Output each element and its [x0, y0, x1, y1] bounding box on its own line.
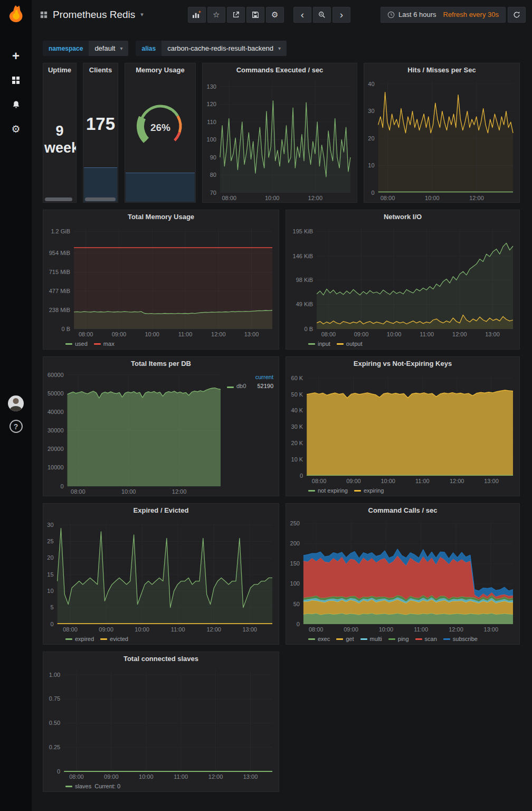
- panel-title-expiring-keys[interactable]: Expiring vs Not-Expiring Keys: [286, 357, 519, 371]
- refresh-now-button[interactable]: [508, 7, 526, 23]
- dashboards-button[interactable]: [10, 74, 22, 87]
- alias-variable: alias carbon-cache-redis-result-backend …: [136, 41, 287, 56]
- star-dashboard-button[interactable]: ☆: [207, 7, 225, 23]
- svg-text:12:00: 12:00: [206, 626, 221, 633]
- legend-item[interactable]: ping: [388, 636, 409, 642]
- svg-text:12:00: 12:00: [450, 478, 464, 484]
- total-items-chart[interactable]: 010000200003000040000500006000008:0010:0…: [43, 371, 227, 496]
- panel-title-total-items[interactable]: Total Items per DB: [43, 357, 279, 371]
- grafana-logo[interactable]: [6, 4, 25, 25]
- namespace-value: default: [94, 44, 115, 52]
- time-range-picker[interactable]: Last 6 hours Refresh every 30s: [381, 7, 506, 23]
- namespace-caret-icon: ▾: [120, 45, 122, 51]
- svg-text:100: 100: [207, 136, 216, 143]
- svg-text:08:00: 08:00: [69, 774, 84, 780]
- alias-value-dropdown[interactable]: carbon-cache-redis-result-backend ▾: [162, 41, 287, 56]
- connected-slaves-chart[interactable]: 00.250.500.751.0008:0009:0010:0011:0012:…: [43, 666, 279, 781]
- panel-title-expired-evicted[interactable]: Expired / Evicted: [43, 504, 279, 517]
- panel-title-command-calls[interactable]: Command Calls / sec: [286, 504, 519, 517]
- refresh-icon: [513, 11, 520, 18]
- sidebar: + ⚙ ?: [0, 0, 32, 811]
- svg-text:0: 0: [57, 768, 60, 775]
- total-memory-chart[interactable]: 0 B238 MiB477 MiB715 MiB954 MiB1.2 GiB08…: [43, 224, 279, 338]
- svg-text:09:00: 09:00: [346, 478, 361, 484]
- user-avatar[interactable]: [8, 395, 24, 411]
- svg-text:20: 20: [368, 135, 374, 142]
- svg-text:50: 50: [293, 601, 300, 607]
- legend-item[interactable]: max: [94, 341, 115, 347]
- help-button[interactable]: ?: [10, 420, 23, 433]
- legend-item[interactable]: input: [308, 341, 330, 347]
- expired-evicted-chart[interactable]: 05101520253008:0009:0010:0011:0012:0013:…: [43, 517, 279, 634]
- zoom-out-button[interactable]: [313, 7, 331, 23]
- svg-text:09:00: 09:00: [344, 626, 358, 633]
- svg-text:10:00: 10:00: [139, 774, 154, 780]
- command-calls-chart[interactable]: 05010015020025008:0009:0010:0011:0012:00…: [286, 517, 519, 634]
- legend-swatch: [65, 638, 72, 640]
- dashboard-settings-button[interactable]: ⚙: [266, 7, 284, 23]
- legend-item[interactable]: evicted: [100, 636, 128, 642]
- time-forward-button[interactable]: ›: [332, 7, 350, 23]
- chevron-left-icon: ‹: [301, 10, 304, 20]
- panel-title-commands[interactable]: Commands Executed / sec: [203, 63, 357, 77]
- svg-text:715 MiB: 715 MiB: [49, 269, 70, 275]
- svg-text:477 MiB: 477 MiB: [49, 288, 70, 294]
- legend-swatch: [65, 786, 72, 787]
- panel-command-calls: Command Calls / sec 05010015020025008:00…: [286, 503, 520, 645]
- panel-title-clients[interactable]: Clients: [83, 63, 118, 77]
- panel-clients: Clients 175: [83, 63, 118, 203]
- svg-text:10:00: 10:00: [425, 195, 440, 201]
- legend-item[interactable]: expired: [65, 636, 94, 642]
- uptime-hscrollbar[interactable]: [45, 197, 72, 201]
- panel-title-hits-misses[interactable]: Hits / Misses per Sec: [364, 63, 519, 77]
- legend-item[interactable]: scan: [415, 636, 437, 642]
- svg-text:0: 0: [297, 621, 300, 627]
- clients-hscrollbar[interactable]: [85, 197, 116, 201]
- hits-misses-chart[interactable]: 01020304008:0010:0012:00: [364, 77, 519, 202]
- namespace-value-dropdown[interactable]: default ▾: [89, 41, 128, 56]
- dashboard-title: Prometheus Redis: [53, 9, 135, 21]
- legend-item[interactable]: slaves Current: 0: [65, 783, 120, 789]
- legend-item-db0[interactable]: db0 52190: [227, 383, 273, 389]
- svg-text:13:00: 13:00: [484, 626, 499, 633]
- dashboard-title-dropdown[interactable]: Prometheus Redis ▾: [40, 9, 144, 21]
- save-dashboard-button[interactable]: [246, 7, 264, 23]
- configuration-button[interactable]: ⚙: [10, 122, 22, 135]
- network-io-chart[interactable]: 0 B49 KiB98 KiB146 KiB195 KiB08:0009:001…: [286, 224, 519, 338]
- legend-item[interactable]: subscribe: [443, 636, 478, 642]
- svg-text:10:00: 10:00: [135, 626, 149, 633]
- panel-title-memory-usage[interactable]: Memory Usage: [125, 63, 195, 77]
- legend-item[interactable]: get: [336, 636, 354, 642]
- svg-text:08:00: 08:00: [312, 478, 327, 484]
- expiring-keys-chart[interactable]: 010 K20 K30 K40 K50 K60 K08:0009:0010:00…: [286, 371, 519, 485]
- legend-item[interactable]: not expiring: [308, 487, 348, 494]
- legend-item[interactable]: exec: [308, 636, 330, 642]
- share-icon: [232, 11, 240, 18]
- time-picker-group: Last 6 hours Refresh every 30s: [381, 7, 526, 23]
- create-add-button[interactable]: +: [10, 50, 22, 62]
- share-dashboard-button[interactable]: [227, 7, 245, 23]
- namespace-variable: namespace default ▾: [43, 41, 128, 56]
- legend-swatch: [443, 638, 450, 640]
- db0-current-value: 52190: [257, 383, 273, 389]
- panel-title-uptime[interactable]: Uptime: [43, 63, 76, 77]
- legend-item[interactable]: expiring: [354, 487, 384, 494]
- panel-title-total-memory[interactable]: Total Memory Usage: [43, 210, 279, 224]
- legend-item[interactable]: output: [337, 341, 363, 347]
- add-panel-button[interactable]: +: [188, 7, 206, 23]
- svg-text:12:00: 12:00: [452, 331, 467, 337]
- commands-chart[interactable]: 70809010011012013008:0010:0012:00: [203, 77, 357, 202]
- svg-text:50 K: 50 K: [291, 391, 303, 398]
- panel-expiring-keys: Expiring vs Not-Expiring Keys 010 K20 K3…: [286, 356, 520, 496]
- legend-item[interactable]: multi: [360, 636, 382, 642]
- avatar-head-shape: [13, 398, 19, 404]
- legend-item[interactable]: used: [65, 341, 88, 347]
- svg-text:130: 130: [207, 83, 216, 90]
- svg-text:10:00: 10:00: [121, 488, 136, 495]
- panel-title-network-io[interactable]: Network I/O: [286, 210, 519, 224]
- alerting-button[interactable]: [10, 98, 22, 111]
- svg-text:11:00: 11:00: [174, 774, 188, 780]
- panel-title-connected-slaves[interactable]: Total connected slaves: [43, 652, 279, 666]
- legend-swatch: [354, 490, 361, 492]
- time-back-button[interactable]: ‹: [293, 7, 311, 23]
